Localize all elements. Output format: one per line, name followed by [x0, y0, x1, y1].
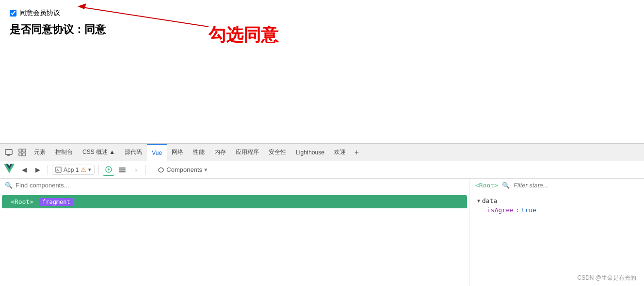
search-icon: 🔍 — [5, 182, 13, 189]
tab-screen-icon[interactable] — [2, 144, 16, 161]
checkbox-row: 同意会员协议 — [10, 9, 634, 17]
watermark: CSDN @生命是有光的 — [577, 274, 636, 282]
app-selector-icon: A — [55, 167, 62, 173]
tab-add[interactable]: + — [351, 144, 363, 161]
tree-root-tag: <Root> — [8, 198, 36, 206]
tab-performance[interactable]: 性能 — [188, 144, 209, 161]
data-property-row: isAgree : true — [477, 206, 636, 214]
tab-network[interactable]: 网络 — [167, 144, 188, 161]
components-label: Components — [166, 166, 202, 173]
tab-console[interactable]: 控制台 — [50, 144, 78, 161]
route-svg — [105, 166, 113, 173]
devtools-tabs-bar: 元素 控制台 CSS 概述 ▲ 源代码 Vue 网络 性能 内存 应用程序 安全… — [0, 144, 644, 161]
toolbar-separator — [48, 165, 48, 175]
timeline-svg — [118, 166, 126, 174]
data-section-label: data — [482, 197, 497, 204]
tab-lighthouse[interactable]: Lighthouse — [291, 144, 329, 161]
top-content-area: 同意会员协议 是否同意协议：同意 勾选同意 — [0, 0, 644, 143]
search-input[interactable] — [16, 182, 464, 189]
vue-logo-icon — [4, 163, 15, 176]
agree-checkbox[interactable] — [10, 10, 16, 17]
tab-application[interactable]: 应用程序 — [231, 144, 264, 161]
search-bar: 🔍 — [0, 179, 469, 192]
right-root-tag: <Root> — [475, 182, 498, 189]
tab-memory[interactable]: 内存 — [209, 144, 231, 161]
component-tree: <Root> fragment — [0, 192, 469, 286]
svg-rect-14 — [119, 169, 126, 170]
annotation-text: 勾选同意 — [209, 23, 278, 47]
data-prop-key: isAgree — [487, 206, 514, 214]
svg-rect-6 — [23, 149, 26, 152]
svg-rect-2 — [5, 150, 12, 154]
data-prop-value: true — [521, 206, 536, 214]
tab-welcome[interactable]: 欢迎 — [329, 144, 351, 161]
data-section-header: ▼ data — [477, 197, 636, 204]
app-name: App 1 — [64, 167, 79, 173]
svg-rect-15 — [119, 171, 126, 172]
svg-rect-5 — [19, 149, 22, 152]
tab-inspect-icon[interactable] — [16, 144, 29, 161]
app-dropdown-icon: ▾ — [88, 167, 91, 173]
route-icon[interactable] — [103, 164, 114, 176]
triangle-icon: ▼ — [477, 198, 480, 203]
svg-rect-8 — [23, 153, 26, 156]
toolbar-separator-3 — [145, 165, 146, 175]
vue-toolbar: ◀ ▶ A App 1 ⚠ ▾ — [0, 161, 644, 179]
svg-rect-13 — [119, 168, 126, 168]
tab-security[interactable]: 安全性 — [264, 144, 291, 161]
app-selector[interactable]: A App 1 ⚠ ▾ — [52, 165, 95, 175]
data-section: ▼ data isAgree : true — [477, 197, 636, 214]
filter-icon: 🔍 — [502, 182, 510, 189]
components-icon — [158, 167, 164, 173]
checkbox-label: 同意会员协议 — [19, 9, 60, 17]
back-button[interactable]: ◀ — [18, 164, 30, 176]
right-header: <Root> 🔍 — [469, 179, 644, 192]
tab-vue[interactable]: Vue — [147, 144, 167, 161]
svg-rect-7 — [19, 153, 22, 156]
timeline-icon[interactable] — [116, 164, 128, 176]
devtools-panel: 元素 控制台 CSS 概述 ▲ 源代码 Vue 网络 性能 内存 应用程序 安全… — [0, 143, 644, 286]
components-button[interactable]: Components ▾ — [154, 165, 211, 174]
svg-point-12 — [108, 168, 110, 170]
tree-fragment-tag: fragment — [39, 198, 73, 206]
component-tree-panel: 🔍 <Root> fragment — [0, 179, 469, 286]
svg-text:A: A — [56, 168, 59, 172]
state-data: ▼ data isAgree : true — [469, 192, 644, 222]
tree-item-root[interactable]: <Root> fragment — [2, 195, 467, 208]
filter-input[interactable] — [514, 182, 596, 189]
chevron-right-icon[interactable]: › — [130, 164, 142, 176]
warning-icon: ⚠ — [80, 166, 86, 173]
tab-sources[interactable]: 源代码 — [120, 144, 147, 161]
components-dropdown-icon: ▾ — [204, 166, 208, 173]
devtools-main-panel: 🔍 <Root> fragment <Root> 🔍 ▼ — [0, 179, 644, 286]
forward-button[interactable]: ▶ — [32, 164, 44, 176]
tab-elements[interactable]: 元素 — [29, 144, 50, 161]
toolbar-separator-2 — [98, 165, 99, 175]
data-colon: : — [515, 206, 519, 214]
tab-css[interactable]: CSS 概述 ▲ — [78, 144, 120, 161]
state-inspector-panel: <Root> 🔍 ▼ data isAgree : true CS — [469, 179, 644, 286]
agree-status-text: 是否同意协议：同意 — [10, 22, 634, 37]
